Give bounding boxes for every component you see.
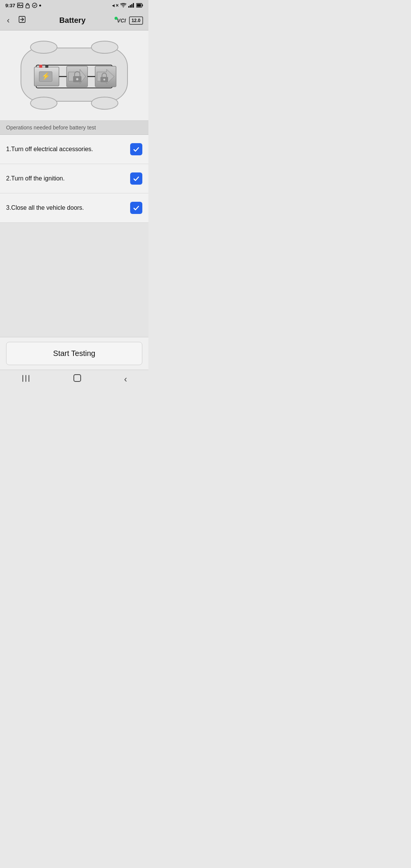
svg-rect-36 <box>22 375 23 382</box>
check-icon <box>32 3 37 8</box>
car-diagram: ⚡ <box>0 30 148 121</box>
home-button[interactable] <box>65 371 89 388</box>
svg-rect-6 <box>128 6 129 8</box>
empty-area <box>0 223 148 337</box>
section-header: Operations needed before battery test <box>0 121 148 135</box>
checklist-label-3: 3.Close all the vehicle doors. <box>6 204 84 211</box>
nav-left: ‹ <box>5 14 28 27</box>
checklist-item-2: 2.Turn off the ignition. <box>0 164 148 193</box>
svg-rect-39 <box>74 375 81 381</box>
export-button[interactable] <box>16 14 28 27</box>
wifi-icon <box>120 3 126 8</box>
svg-point-17 <box>91 97 118 109</box>
svg-point-19 <box>91 41 118 53</box>
signal-icon <box>128 3 134 8</box>
status-right <box>112 3 143 8</box>
nav-right: VCI 12.0 <box>117 16 143 25</box>
svg-text:⚡: ⚡ <box>41 72 50 80</box>
car-diagram-svg: ⚡ <box>13 37 135 113</box>
svg-rect-8 <box>131 4 132 8</box>
checkbox-2[interactable] <box>130 172 142 185</box>
svg-rect-37 <box>25 375 26 382</box>
svg-rect-9 <box>133 3 134 8</box>
mute-icon <box>112 3 118 8</box>
vci-label: VCI <box>117 18 126 24</box>
svg-rect-22 <box>39 65 42 68</box>
svg-point-29 <box>76 78 78 80</box>
svg-point-33 <box>104 79 105 81</box>
section-header-text: Operations needed before battery test <box>6 124 96 131</box>
vci-connected-dot <box>115 17 118 20</box>
checkbox-1[interactable] <box>130 143 142 155</box>
voltage-display: 12.0 <box>129 16 143 25</box>
svg-rect-23 <box>45 65 48 68</box>
status-bar: 9:37 <box>0 0 148 11</box>
checklist-label-1: 1.Turn off electrical accessories. <box>6 146 93 153</box>
svg-rect-12 <box>142 5 143 6</box>
checklist-item-3: 3.Close all the vehicle doors. <box>0 193 148 223</box>
nav-back-button[interactable]: ‹ <box>116 371 135 388</box>
svg-point-16 <box>30 97 57 109</box>
svg-rect-11 <box>137 4 141 7</box>
dot-indicator <box>39 5 41 6</box>
svg-rect-7 <box>130 5 131 8</box>
checkbox-3[interactable] <box>130 202 142 214</box>
menu-button[interactable] <box>14 371 38 387</box>
bottom-nav: ‹ <box>0 370 148 388</box>
nav-bar: ‹ Battery VCI 12.0 <box>0 11 148 30</box>
lock-icon <box>25 3 30 8</box>
start-testing-button[interactable]: Start Testing <box>6 342 142 365</box>
gallery-icon <box>17 3 23 8</box>
svg-rect-38 <box>29 375 29 382</box>
start-btn-container: Start Testing <box>0 337 148 370</box>
page-title: Battery <box>28 16 117 25</box>
back-button[interactable]: ‹ <box>5 14 11 27</box>
checklist-item-1: 1.Turn off electrical accessories. <box>0 135 148 164</box>
svg-point-18 <box>30 41 57 53</box>
checklist: 1.Turn off electrical accessories. 2.Tur… <box>0 135 148 223</box>
checklist-label-2: 2.Turn off the ignition. <box>6 175 65 182</box>
svg-rect-2 <box>26 5 29 8</box>
status-left: 9:37 <box>5 3 41 8</box>
status-time: 9:37 <box>5 3 15 8</box>
battery-icon <box>136 3 143 8</box>
vci-badge: VCI <box>117 18 126 24</box>
